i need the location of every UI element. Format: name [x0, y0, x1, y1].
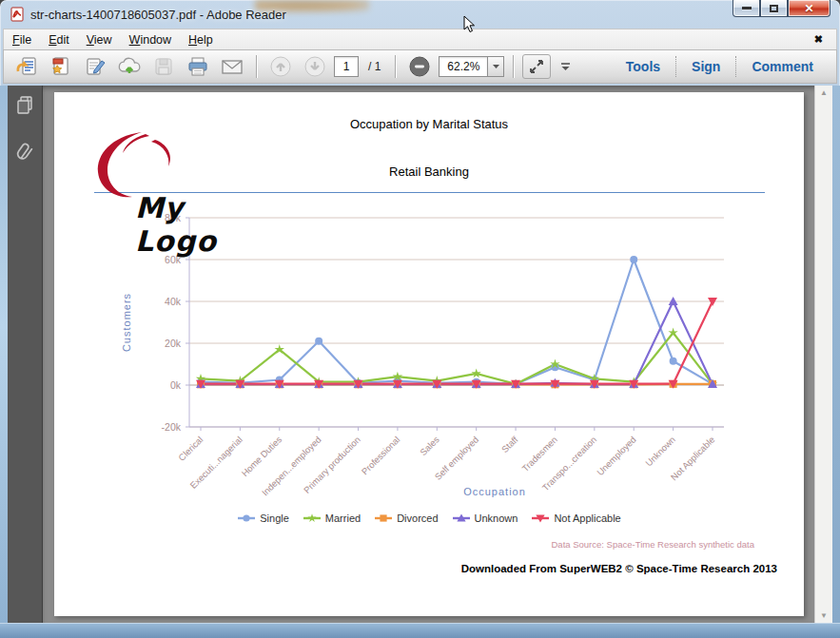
sign-button[interactable]: Sign: [676, 55, 735, 78]
zoom-dropdown-button[interactable]: [488, 56, 504, 77]
toolbar: 1 / 1 62.2% Tools: [3, 49, 837, 84]
close-icon: ✕: [804, 2, 813, 15]
legend-item: Single: [237, 512, 289, 524]
next-page-icon: [303, 55, 326, 78]
page-total-label: / 1: [368, 60, 381, 73]
content-area: Occupation by Marital Status My Logo Ret…: [0, 86, 840, 623]
attachments-paperclip-icon[interactable]: [16, 141, 33, 165]
sign-fill-icon: [84, 56, 107, 77]
svg-text:Staff: Staff: [499, 434, 520, 454]
logo-text: My Logo: [135, 191, 273, 258]
open-file-button[interactable]: [11, 53, 42, 80]
expand-arrows-icon: [529, 59, 544, 74]
svg-text:Customers: Customers: [121, 293, 132, 352]
window-right-border: [832, 86, 840, 623]
svg-text:Unknown: Unknown: [643, 435, 677, 469]
create-pdf-icon: [49, 56, 72, 77]
create-pdf-button[interactable]: [46, 53, 76, 80]
comment-button[interactable]: Comment: [736, 55, 829, 78]
mouse-cursor: [463, 15, 477, 34]
legend-marker-icon: [531, 512, 550, 524]
menu-edit[interactable]: Edit: [40, 30, 78, 49]
vertical-scrollbar[interactable]: ▲ ▼: [814, 86, 832, 623]
download-attribution: Downloaded From SuperWEB2 © Space-Time R…: [54, 563, 777, 574]
zoom-out-button[interactable]: [404, 53, 435, 80]
menu-window[interactable]: Window: [121, 30, 180, 49]
next-page-button[interactable]: [300, 53, 330, 80]
zoom-out-icon: [408, 55, 431, 78]
adobe-reader-window: str-charts-1400718605037.pdf - Adobe Rea…: [0, 0, 840, 638]
cloud-upload-icon: [117, 56, 142, 77]
window-bottom-border: [0, 623, 840, 638]
svg-text:0k: 0k: [170, 379, 182, 391]
print-icon: [186, 56, 209, 77]
svg-text:Tradesmen: Tradesmen: [519, 435, 559, 474]
toolbar-separator: [256, 55, 257, 78]
minimize-button[interactable]: [733, 0, 760, 17]
svg-text:20k: 20k: [165, 338, 182, 349]
previous-page-icon: [269, 55, 292, 78]
print-button[interactable]: [183, 53, 213, 80]
chevron-down-icon: [492, 64, 500, 69]
svg-text:40k: 40k: [165, 296, 182, 307]
window-left-border: [0, 86, 8, 623]
page-thumbnails-icon[interactable]: [15, 95, 34, 116]
legend-marker-icon: [452, 512, 471, 524]
svg-text:Unemployed: Unemployed: [595, 435, 637, 477]
svg-text:Occupation: Occupation: [463, 486, 526, 497]
page-number-input[interactable]: 1: [334, 56, 359, 77]
maximize-button[interactable]: [760, 0, 788, 17]
title-bar[interactable]: str-charts-1400718605037.pdf - Adobe Rea…: [0, 0, 840, 29]
legend-label: Married: [325, 512, 361, 524]
maximize-icon: [770, 5, 778, 12]
menu-help[interactable]: Help: [180, 30, 222, 49]
legend-marker-icon: [374, 512, 393, 524]
svg-text:Professional: Professional: [360, 435, 402, 477]
legend-item: Not Applicable: [531, 512, 620, 524]
tools-button[interactable]: Tools: [611, 55, 675, 78]
toolbar-overflow-button[interactable]: [555, 53, 576, 80]
pdf-page: Occupation by Marital Status My Logo Ret…: [54, 92, 804, 616]
data-source-note: Data Source: Space-Time Research synthet…: [54, 539, 754, 550]
open-file-icon: [15, 56, 38, 77]
menu-view[interactable]: View: [78, 30, 121, 49]
legend-label: Unknown: [475, 512, 518, 524]
scroll-up-icon[interactable]: ▲: [820, 88, 828, 97]
svg-text:-20k: -20k: [162, 421, 182, 433]
chart-legend: SingleMarriedDivorcedUnknownNot Applicab…: [54, 512, 804, 524]
legend-item: Unknown: [452, 512, 518, 524]
svg-text:Clerical: Clerical: [176, 435, 205, 463]
cloud-upload-button[interactable]: [114, 53, 145, 80]
toolbar-separator: [395, 55, 396, 78]
zoom-level-input[interactable]: 62.2%: [439, 56, 488, 77]
svg-text:Sales: Sales: [418, 434, 441, 457]
email-icon: [220, 56, 244, 77]
scroll-down-icon[interactable]: ▼: [820, 611, 828, 620]
legend-item: Married: [303, 512, 361, 524]
legend-label: Divorced: [397, 512, 438, 524]
toolbar-separator: [513, 55, 514, 78]
legend-marker-icon: [237, 512, 256, 524]
menu-file[interactable]: File: [4, 30, 40, 49]
legend-marker-icon: [303, 512, 322, 524]
document-view[interactable]: Occupation by Marital Status My Logo Ret…: [43, 86, 832, 623]
pdf-file-icon: [10, 7, 25, 22]
sign-fill-button[interactable]: [80, 53, 110, 80]
close-button[interactable]: ✕: [788, 0, 830, 17]
legend-label: Single: [260, 512, 289, 524]
window-title: str-charts-1400718605037.pdf - Adobe Rea…: [30, 8, 286, 22]
menu-bar: File Edit View Window Help ✖: [3, 29, 837, 49]
navigation-pane: [8, 86, 43, 623]
save-button[interactable]: [148, 53, 179, 80]
legend-item: Divorced: [374, 512, 438, 524]
save-icon: [153, 56, 174, 77]
menu-chevron-icon: [560, 63, 571, 71]
legend-label: Not Applicable: [554, 512, 620, 524]
previous-page-button[interactable]: [265, 53, 296, 80]
minimize-icon: [742, 7, 752, 10]
email-button[interactable]: [217, 53, 247, 80]
fullscreen-mode-button[interactable]: [522, 54, 551, 79]
company-logo: My Logo: [83, 128, 273, 204]
close-document-icon[interactable]: ✖: [814, 33, 823, 46]
